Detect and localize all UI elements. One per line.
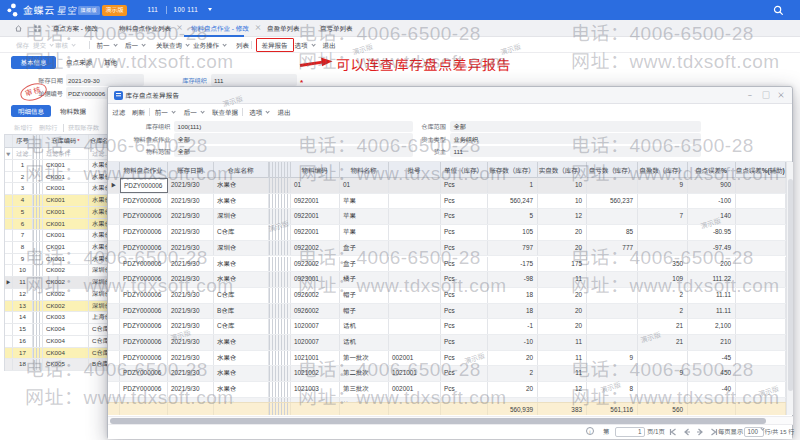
cell[interactable]: 2021/9/30	[168, 225, 214, 240]
prev-page-icon[interactable]	[682, 427, 692, 437]
search-icon[interactable]	[773, 5, 784, 16]
last-page-icon[interactable]	[709, 427, 719, 437]
dialog-title-bar[interactable]: 库存盘点差异报告 – □ ×	[108, 87, 792, 104]
cell[interactable]: PDZY000006	[120, 209, 168, 224]
cell[interactable]: 2021/9/30	[168, 382, 214, 397]
cell[interactable]: 0922002	[291, 241, 340, 256]
cell[interactable]: 111.22	[688, 272, 736, 287]
grid-filter-cell[interactable]: 过滤条件	[43, 148, 89, 159]
cell[interactable]: 苹果	[340, 225, 389, 240]
grid-row[interactable]: 12CK002深圳仓	[5, 289, 107, 301]
column-header-盘亏数（库存）[interactable]: 盘亏数（库存）	[587, 162, 638, 179]
cell[interactable]: 85	[587, 225, 638, 240]
grid-cell[interactable]: 14	[13, 312, 33, 323]
cell[interactable]	[587, 288, 638, 303]
cell[interactable]: 200	[688, 257, 736, 272]
cell[interactable]: -45	[688, 351, 736, 366]
grid-cell[interactable]: 4	[13, 195, 33, 206]
filter-field-物料范围[interactable]	[174, 146, 413, 157]
cell[interactable]	[736, 382, 787, 397]
cell[interactable]: 苹果	[340, 209, 389, 224]
cell[interactable]	[638, 351, 688, 366]
grid-row[interactable]: 17CK004C仓库	[5, 348, 107, 360]
cell[interactable]: PDZY000006	[120, 272, 168, 287]
cell[interactable]: PDZY000006	[120, 335, 168, 350]
cell[interactable]	[587, 304, 638, 319]
cell[interactable]: PDZY000006	[120, 319, 168, 334]
filter-field-货主类型[interactable]	[450, 133, 701, 144]
cell[interactable]: 第二批次	[340, 366, 389, 381]
cell[interactable]: -175	[488, 257, 538, 272]
cell[interactable]	[389, 304, 441, 319]
table-row[interactable]: PDZY0000062021/9/30B仓库0926002帽子Pcs182021…	[108, 304, 786, 320]
grid-cell[interactable]: 17	[13, 348, 33, 359]
grid-cell[interactable]: 水果仓	[89, 160, 107, 171]
filter-field-物料盘点作业[interactable]	[174, 133, 413, 144]
cell[interactable]: 002001	[389, 382, 441, 397]
cell[interactable]: 帽子	[340, 304, 389, 319]
grid-row[interactable]: 10CK002深圳仓	[5, 265, 107, 277]
cell[interactable]: 8	[587, 382, 638, 397]
cell[interactable]: 水果仓	[214, 366, 269, 381]
grid-cell[interactable]: 2	[13, 172, 33, 183]
table-row[interactable]: PDZY0000062021/9/30水果仓0922001苹果Pcs560,24…	[108, 194, 786, 210]
grid-column-header-序号[interactable]: 序号	[13, 135, 33, 147]
cell[interactable]	[736, 304, 787, 319]
grid-cell[interactable]: 水果仓	[89, 254, 107, 265]
grid-row[interactable]: 1CK001水果仓	[5, 160, 107, 172]
cell[interactable]: 2021/9/30	[168, 272, 214, 287]
grid-cell[interactable]: CK004	[43, 324, 89, 335]
cell[interactable]	[638, 241, 688, 256]
grid-cell[interactable]: CK001	[43, 219, 89, 230]
cell[interactable]: 7	[638, 209, 688, 224]
column-header-盘点误差%(辅助)[interactable]: 盘点误差%(辅助)	[736, 162, 787, 179]
cell[interactable]: Pcs	[441, 319, 488, 334]
cell[interactable]	[736, 257, 787, 272]
grid-row[interactable]: 9CK001水果仓	[5, 254, 107, 266]
cell[interactable]: Pcs	[441, 225, 488, 240]
cell[interactable]: Pcs	[441, 304, 488, 319]
form-tab-other[interactable]: 其他	[104, 56, 117, 69]
cell[interactable]: Pcs	[441, 351, 488, 366]
cell[interactable]	[389, 241, 441, 256]
grid-filter-cell[interactable]: 过滤...	[13, 148, 33, 159]
column-header-物料编码[interactable]: 物料编码	[291, 162, 340, 179]
grid-cell[interactable]: 深圳仓	[89, 289, 107, 300]
cell[interactable]: 11	[538, 272, 587, 287]
first-page-icon[interactable]	[668, 427, 678, 437]
form-tab-count-source[interactable]: 盘点来源	[66, 56, 92, 69]
cell[interactable]: PDZY000006	[120, 194, 168, 209]
table-row[interactable]: PDZY0000062021/9/30水果仓0922002盒子Pcs-17517…	[108, 257, 786, 273]
cell[interactable]: 21	[638, 335, 688, 350]
grid-cell[interactable]: CK002	[43, 277, 89, 288]
cell[interactable]: PDZY000006	[120, 288, 168, 303]
table-row[interactable]: PDZY0000062021/9/30水果仓1020007话机Pcs-10112…	[108, 335, 786, 351]
dialog-toolbar-button-选项[interactable]: 选项	[249, 105, 269, 119]
org-name[interactable]: 111	[148, 0, 159, 20]
cell[interactable]: PDZY000006	[120, 241, 168, 256]
grid-cell[interactable]: 深圳仓	[89, 277, 107, 288]
dialog-toolbar-button-刷新[interactable]: 刷新	[132, 105, 145, 119]
grid-cell[interactable]: CK001	[43, 183, 89, 194]
toolbar-button-退出[interactable]: 退出	[323, 38, 336, 52]
toolbar-button-列表[interactable]: 列表	[236, 38, 249, 52]
cell[interactable]: 盒子	[340, 241, 389, 256]
cell[interactable]: PDZY000006	[120, 257, 168, 272]
cell[interactable]: 350	[638, 257, 688, 272]
cell[interactable]: 1021003	[291, 382, 340, 397]
grid-cell[interactable]: CK002	[43, 301, 89, 312]
cell[interactable]: 18	[488, 288, 538, 303]
cell[interactable]: Pcs	[441, 288, 488, 303]
cell[interactable]	[736, 335, 787, 350]
filter-field-货主[interactable]	[450, 146, 701, 157]
cell[interactable]: 12	[538, 209, 587, 224]
cell[interactable]	[389, 335, 441, 350]
grid-row[interactable]: 13CK002深圳仓	[5, 301, 107, 313]
cell[interactable]: 话机	[340, 319, 389, 334]
cell[interactable]: 水果仓	[214, 178, 269, 193]
detail-tab-detail-info[interactable]: 明细信息	[11, 105, 51, 118]
grid-filter-row[interactable]: ▼过滤...过滤条件过滤...	[5, 148, 107, 160]
cell[interactable]	[736, 241, 787, 256]
cell[interactable]: 2021/9/30	[168, 366, 214, 381]
grid-cell[interactable]: C仓库	[89, 336, 107, 347]
